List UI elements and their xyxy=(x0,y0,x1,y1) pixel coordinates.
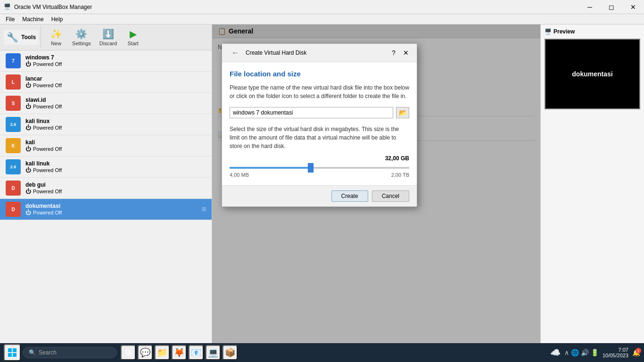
size-description: Select the size of the virtual hard disk… xyxy=(230,125,409,150)
new-button[interactable]: ✨ New xyxy=(45,26,67,48)
vm-item-kalilinuk[interactable]: 2.6 kali linuk ⏻ Powered Off xyxy=(0,156,212,178)
vm-name-windows7: windows 7 xyxy=(25,54,206,61)
vm-name-debgui: deb gui xyxy=(25,181,206,188)
slider-max-label: 2,00 TB xyxy=(391,172,409,178)
file-location-row: 📂 xyxy=(230,107,409,118)
taskview-button[interactable]: ⊞ xyxy=(121,345,136,360)
dialog-description: Please type the name of the new virtual … xyxy=(230,83,409,100)
tools-icon: 🔧 xyxy=(7,32,18,43)
status-icon-windows7: ⏻ xyxy=(25,61,31,67)
vm-avatar-windows7: 7 xyxy=(6,53,21,68)
vm-name-kalilinuk: kali linuk xyxy=(25,160,206,167)
vm-name-kalilinux: kali linux xyxy=(25,118,206,124)
size-value: 32,00 GB xyxy=(385,155,409,162)
create-button[interactable]: Create xyxy=(331,190,368,202)
main-layout: 🔧 Tools ✨ New ⚙️ Settings ⬇️ Discard ▶ xyxy=(0,25,644,343)
vm-info-slawi: slawi.id ⏻ Powered Off xyxy=(25,97,206,110)
cancel-button[interactable]: Cancel xyxy=(372,190,409,202)
vm-item-kali[interactable]: K kali ⏻ Powered Off xyxy=(0,135,212,156)
app-icon: 🖥️ xyxy=(4,3,11,11)
network-icon[interactable]: 🌐 xyxy=(571,349,579,356)
menu-file[interactable]: File xyxy=(2,15,18,24)
size-slider-container xyxy=(230,164,409,170)
dialog-help-button[interactable]: ? xyxy=(388,48,399,58)
vm-status-dokumentasi: ⏻ Powered Off xyxy=(25,209,202,216)
discard-icon: ⬇️ xyxy=(102,28,114,40)
vm-item-kalilinux[interactable]: 2.6 kali linux ⏻ Powered Off xyxy=(0,114,212,135)
maximize-button[interactable]: ◻ xyxy=(601,0,622,14)
size-slider[interactable] xyxy=(230,167,409,169)
taskbar-icons: ⊞ 💬 📁 🦊 📧 💻 📦 xyxy=(121,345,238,360)
svg-rect-0 xyxy=(8,348,12,352)
slider-min-label: 4,00 MB xyxy=(230,172,249,178)
preview-label: Preview xyxy=(553,28,575,35)
close-button[interactable]: ✕ xyxy=(622,0,644,14)
dialog-body: File location and size Please type the n… xyxy=(222,62,417,185)
discard-button[interactable]: ⬇️ Discard xyxy=(96,26,121,48)
dialog-overlay: ← Create Virtual Hard Disk ? ✕ File loca… xyxy=(212,25,540,343)
taskbar-right: ☁️ ∧ 🌐 🔊 🔋 7:07 10/05/2023 🔔 1 xyxy=(550,347,640,358)
dialog-close-button[interactable]: ✕ xyxy=(401,48,411,58)
start-icon: ▶ xyxy=(130,28,137,40)
vm-info-lancar: lancar ⏻ Powered Off xyxy=(25,75,206,89)
volume-icon[interactable]: 🔊 xyxy=(581,349,589,356)
expand-tray-button[interactable]: ∧ xyxy=(564,349,569,356)
vm-item-debgui[interactable]: D deb gui ⏻ Powered Off xyxy=(0,178,212,199)
vm-name-kali: kali xyxy=(25,139,206,146)
minimize-button[interactable]: ─ xyxy=(579,0,601,14)
weather-icon: ☁️ xyxy=(550,347,561,358)
vm-item-lancar[interactable]: L lancar ⏻ Powered Off xyxy=(0,72,212,93)
start-button[interactable] xyxy=(4,344,21,361)
vm-status-kalilinuk: ⏻ Powered Off xyxy=(25,167,206,173)
vm-avatar-kalilinuk: 2.6 xyxy=(6,159,21,174)
search-text: Search xyxy=(39,349,57,356)
explorer-button[interactable]: 📁 xyxy=(155,345,170,360)
notification-area[interactable]: 🔔 1 xyxy=(632,349,640,356)
folder-browse-button[interactable]: 📂 xyxy=(396,107,409,118)
virtualbox-taskbar-button[interactable]: 📦 xyxy=(223,345,238,360)
vm-status-windows7: ⏻ Powered Off xyxy=(25,61,206,67)
window-controls: ─ ◻ ✕ xyxy=(579,0,644,14)
dialog-section-title: File location and size xyxy=(230,70,409,78)
sidebar: 🔧 Tools ✨ New ⚙️ Settings ⬇️ Discard ▶ xyxy=(0,25,212,343)
content-area: 📋 General Name: dokumentasi 📁 Shared fol… xyxy=(212,25,540,343)
vm-status-slawi: ⏻ Powered Off xyxy=(25,103,206,110)
vm-item-windows7[interactable]: 7 windows 7 ⏻ Powered Off xyxy=(0,50,212,72)
taskbar-search[interactable]: 🔍 Search xyxy=(23,347,117,358)
vm-info-windows7: windows 7 ⏻ Powered Off xyxy=(25,54,206,67)
vm-item-dokumentasi[interactable]: D dokumentasi ⏻ Powered Off ≡ xyxy=(0,199,212,220)
dialog-back-button[interactable]: ← xyxy=(228,49,243,57)
menu-machine[interactable]: Machine xyxy=(18,15,47,24)
vm-avatar-debgui: D xyxy=(6,181,21,196)
vm-avatar-lancar: L xyxy=(6,74,21,90)
mail-button[interactable]: 📧 xyxy=(189,345,204,360)
search-icon: 🔍 xyxy=(29,349,36,356)
vm-menu-icon[interactable]: ≡ xyxy=(202,205,206,214)
new-icon: ✨ xyxy=(50,28,62,40)
settings-button[interactable]: ⚙️ Settings xyxy=(68,26,95,48)
clock[interactable]: 7:07 10/05/2023 xyxy=(603,347,628,358)
vm-avatar-kalilinux: 2.6 xyxy=(6,117,21,132)
vm-status-kali: ⏻ Powered Off xyxy=(25,146,206,152)
vm-item-slawi[interactable]: S slawi.id ⏻ Powered Off xyxy=(0,93,212,114)
vm-name-dokumentasi: dokumentasi xyxy=(25,203,202,209)
windows-logo xyxy=(8,348,17,357)
start-button[interactable]: ▶ Start xyxy=(122,26,144,48)
slider-labels: 4,00 MB 2,00 TB xyxy=(230,172,409,178)
discard-label: Discard xyxy=(99,41,117,46)
preview-vm-name: dokumentasi xyxy=(572,70,612,78)
vm-avatar-slawi: S xyxy=(6,96,21,111)
chat-button[interactable]: 💬 xyxy=(138,345,153,360)
battery-icon[interactable]: 🔋 xyxy=(591,349,599,356)
file-location-input[interactable] xyxy=(230,107,393,118)
tools-label: Tools xyxy=(21,34,36,41)
notification-badge: 1 xyxy=(636,348,641,354)
menu-help[interactable]: Help xyxy=(48,15,67,24)
vm-info-kalilinuk: kali linuk ⏻ Powered Off xyxy=(25,160,206,173)
window-title: Oracle VM VirtualBox Manager xyxy=(14,4,640,10)
terminal-button[interactable]: 💻 xyxy=(206,345,221,360)
vm-status-debgui: ⏻ Powered Off xyxy=(25,188,206,195)
menu-bar: File Machine Help xyxy=(0,14,644,25)
browser-button[interactable]: 🦊 xyxy=(172,345,187,360)
vm-list: 7 windows 7 ⏻ Powered Off L lancar ⏻ Pow… xyxy=(0,50,212,343)
